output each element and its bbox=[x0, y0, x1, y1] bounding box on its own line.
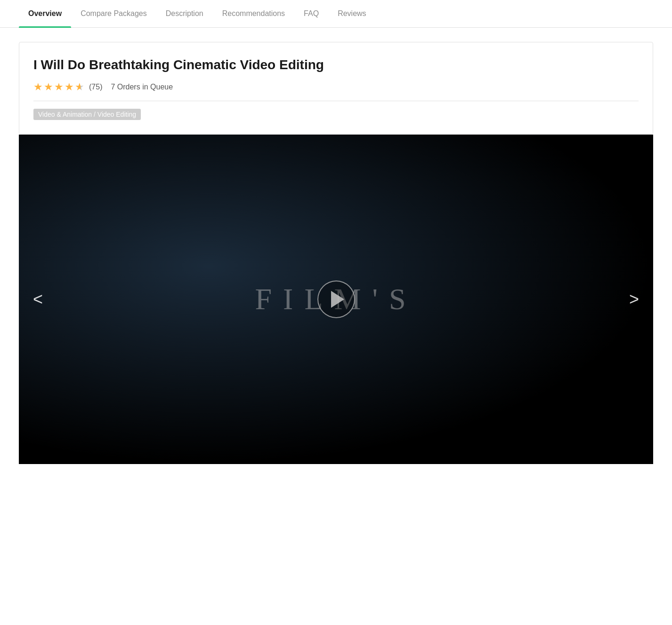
star-4: ★ bbox=[65, 81, 74, 93]
play-button[interactable] bbox=[317, 280, 355, 318]
review-count: (75) bbox=[89, 83, 102, 91]
rating-row: ★ ★ ★ ★ ★ (75) 7 Orders in Queue bbox=[33, 81, 639, 93]
play-icon bbox=[331, 291, 344, 308]
category-badge[interactable]: Video & Animation / Video Editing bbox=[33, 109, 141, 120]
gig-title: I Will Do Breathtaking Cinematic Video E… bbox=[33, 56, 639, 73]
nav-item-reviews[interactable]: Reviews bbox=[328, 0, 375, 27]
divider bbox=[33, 101, 639, 101]
nav-item-compare-packages[interactable]: Compare Packages bbox=[71, 0, 156, 27]
main-content: I Will Do Breathtaking Cinematic Video E… bbox=[0, 28, 672, 464]
prev-arrow-button[interactable]: < bbox=[28, 285, 48, 314]
next-arrow-button[interactable]: > bbox=[624, 285, 644, 314]
star-3: ★ bbox=[54, 81, 64, 93]
star-2: ★ bbox=[44, 81, 53, 93]
nav-item-description[interactable]: Description bbox=[156, 0, 213, 27]
nav-item-faq[interactable]: FAQ bbox=[294, 0, 328, 27]
star-rating: ★ ★ ★ ★ ★ bbox=[33, 81, 84, 93]
nav-item-recommendations[interactable]: Recommendations bbox=[213, 0, 294, 27]
orders-queue: 7 Orders in Queue bbox=[111, 83, 173, 91]
nav-item-overview[interactable]: Overview bbox=[19, 0, 71, 27]
star-1: ★ bbox=[33, 81, 43, 93]
navigation-bar: Overview Compare Packages Description Re… bbox=[0, 0, 672, 28]
video-container: FILM'S < > bbox=[19, 135, 653, 464]
gig-info-card: I Will Do Breathtaking Cinematic Video E… bbox=[19, 42, 653, 135]
star-5-half: ★ bbox=[75, 81, 84, 93]
